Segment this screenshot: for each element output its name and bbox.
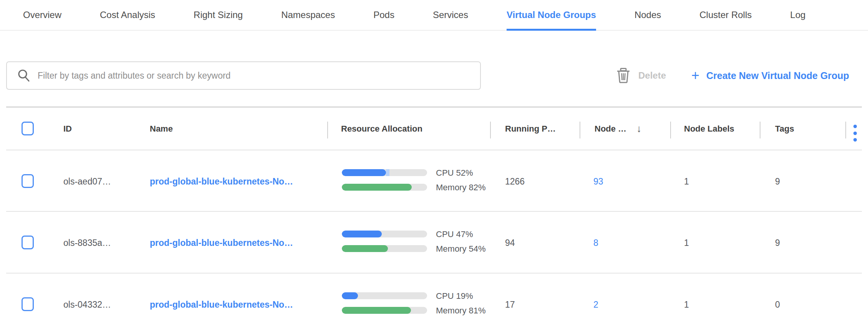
node-labels-count: 1	[684, 300, 689, 310]
vng-name-link[interactable]: prod-global-blue-kubernetes-No…	[150, 300, 293, 310]
cpu-usage-bar	[342, 169, 427, 176]
cpu-usage-bar	[342, 231, 427, 237]
plus-icon: +	[691, 69, 699, 82]
column-tick	[760, 122, 760, 138]
cpu-usage-label: CPU 19%	[436, 291, 473, 301]
table-row: ols-aed07… prod-global-blue-kubernetes-N…	[6, 150, 862, 212]
delete-button[interactable]: Delete	[617, 61, 666, 90]
table-header-row: ID Name Resource Allocation Running P… N…	[6, 108, 862, 150]
nodes-count-link[interactable]: 2	[593, 300, 598, 310]
running-pods-count: 94	[505, 238, 515, 248]
tab-bar: Overview Cost Analysis Right Sizing Name…	[0, 0, 868, 31]
tab-log[interactable]: Log	[790, 0, 805, 30]
tab-nodes[interactable]: Nodes	[634, 0, 661, 30]
select-all-checkbox[interactable]	[22, 122, 34, 135]
virtual-node-groups-table: ID Name Resource Allocation Running P… N…	[6, 106, 862, 323]
column-header-id[interactable]: ID	[63, 108, 72, 150]
tab-overview[interactable]: Overview	[23, 0, 61, 30]
memory-usage-bar	[342, 184, 427, 191]
create-button-label: Create New Virtual Node Group	[706, 70, 849, 81]
kebab-menu-icon[interactable]	[853, 125, 857, 142]
tab-pods[interactable]: Pods	[373, 0, 394, 30]
column-header-nodes-label: Node …	[595, 124, 626, 134]
memory-usage-label: Memory 81%	[436, 306, 486, 316]
nodes-count-link[interactable]: 93	[593, 176, 603, 187]
column-tick	[490, 122, 491, 138]
nodes-count-link[interactable]: 8	[593, 238, 598, 248]
table-row: ols-8835a… prod-global-blue-kubernetes-N…	[6, 212, 862, 273]
row-checkbox[interactable]	[22, 297, 34, 311]
memory-usage-label: Memory 54%	[436, 244, 486, 254]
tab-cost-analysis[interactable]: Cost Analysis	[100, 0, 155, 30]
column-header-name[interactable]: Name	[150, 108, 173, 150]
row-checkbox[interactable]	[22, 174, 34, 188]
column-header-resource-allocation[interactable]: Resource Allocation	[341, 108, 422, 150]
row-checkbox[interactable]	[22, 236, 34, 249]
tags-count: 9	[775, 176, 780, 187]
column-header-running-pods[interactable]: Running P…	[505, 108, 556, 150]
column-header-node-labels[interactable]: Node Labels	[684, 108, 734, 150]
tags-count: 0	[775, 300, 780, 310]
memory-usage-bar	[342, 307, 427, 314]
search-input[interactable]	[38, 71, 460, 81]
filter-search-box[interactable]	[6, 61, 481, 90]
create-new-virtual-node-group-button[interactable]: + Create New Virtual Node Group	[691, 61, 849, 90]
column-tick	[580, 122, 580, 138]
node-labels-count: 1	[684, 238, 689, 248]
vng-id: ols-04332…	[63, 300, 111, 310]
vng-name-link[interactable]: prod-global-blue-kubernetes-No…	[150, 238, 293, 248]
trash-icon	[617, 68, 630, 83]
vng-id: ols-8835a…	[63, 238, 111, 248]
node-labels-count: 1	[684, 176, 689, 187]
tags-count: 9	[775, 238, 780, 248]
column-tick	[845, 122, 846, 138]
memory-usage-bar	[342, 245, 427, 252]
tab-services[interactable]: Services	[433, 0, 468, 30]
cpu-usage-label: CPU 52%	[436, 168, 473, 178]
column-tick	[670, 122, 671, 138]
column-tick	[327, 122, 328, 138]
tab-cluster-rolls[interactable]: Cluster Rolls	[699, 0, 752, 30]
column-header-tags[interactable]: Tags	[775, 108, 794, 150]
vng-id: ols-aed07…	[63, 176, 111, 187]
delete-button-label: Delete	[638, 70, 666, 81]
cpu-usage-bar	[342, 292, 427, 299]
running-pods-count: 17	[505, 300, 515, 310]
tab-virtual-node-groups[interactable]: Virtual Node Groups	[507, 0, 596, 30]
column-header-nodes[interactable]: Node … ↓	[595, 108, 641, 150]
memory-usage-label: Memory 82%	[436, 183, 486, 193]
tab-right-sizing[interactable]: Right Sizing	[194, 0, 243, 30]
table-row: ols-04332… prod-global-blue-kubernetes-N…	[6, 274, 862, 323]
search-icon	[17, 69, 31, 82]
running-pods-count: 1266	[505, 176, 525, 187]
cpu-usage-label: CPU 47%	[436, 229, 473, 239]
sort-descending-icon[interactable]: ↓	[636, 123, 641, 135]
tab-namespaces[interactable]: Namespaces	[281, 0, 335, 30]
vng-name-link[interactable]: prod-global-blue-kubernetes-No…	[150, 176, 293, 187]
